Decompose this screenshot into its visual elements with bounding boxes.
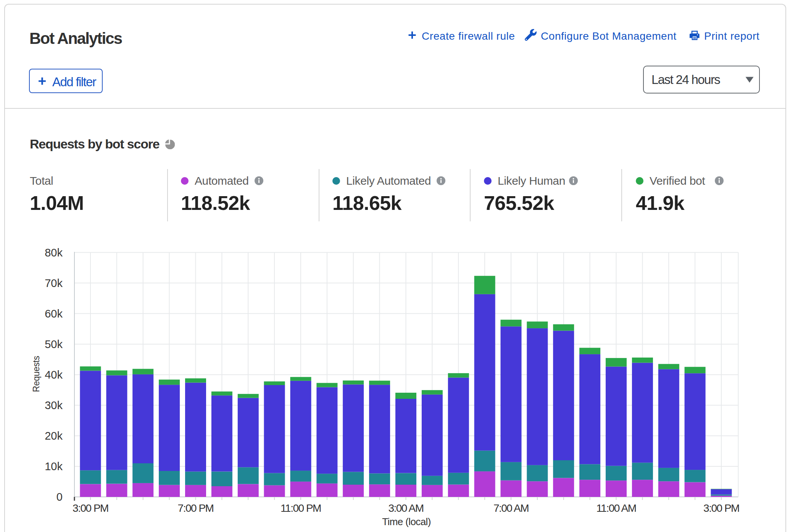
svg-text:80k: 80k [45,247,63,259]
svg-text:10k: 10k [45,460,63,472]
svg-text:20k: 20k [45,430,63,442]
svg-text:0: 0 [56,491,63,503]
svg-text:3:00 PM: 3:00 PM [703,502,739,514]
svg-text:40k: 40k [45,369,63,381]
svg-text:7:00 AM: 7:00 AM [493,502,529,514]
svg-text:70k: 70k [45,277,63,289]
svg-text:11:00 PM: 11:00 PM [281,502,321,514]
svg-text:Requests: Requests [31,356,41,392]
svg-text:11:00 AM: 11:00 AM [596,502,636,514]
svg-text:60k: 60k [45,308,63,320]
svg-text:7:00 PM: 7:00 PM [178,502,214,514]
svg-text:50k: 50k [45,338,63,350]
svg-text:3:00 PM: 3:00 PM [73,502,108,514]
svg-text:3:00 AM: 3:00 AM [388,502,423,514]
svg-text:Time (local): Time (local) [382,516,431,527]
svg-text:30k: 30k [45,399,63,411]
